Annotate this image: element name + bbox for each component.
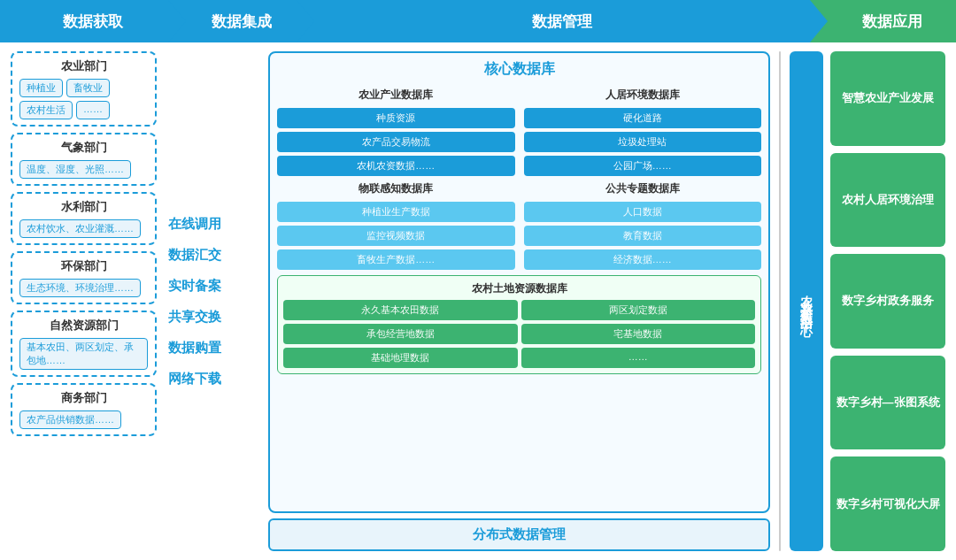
db-row-1: 农业产业数据库 种质资源 农产品交易物流 农机农资数据…… 人居环境数据库 硬化… bbox=[277, 88, 761, 176]
dept-tags-2: 农村饮水、农业灌溉…… bbox=[19, 219, 148, 238]
arrow-shape-2 bbox=[297, 0, 314, 42]
land-db-grid: 永久基本农田数据 两区划定数据 承包经营地数据 宅基地数据 基础地理数据 …… bbox=[283, 300, 755, 368]
dept-tag-1-0: 温度、湿度、光照…… bbox=[19, 160, 131, 179]
dept-tag-0-1: 畜牧业 bbox=[66, 79, 110, 97]
arrow-shape-3 bbox=[810, 0, 828, 42]
header-label-integrate: 数据集成 bbox=[212, 12, 272, 32]
db-section-public: 公共专题数据库 人口数据 教育数据 经济数据…… bbox=[524, 181, 762, 270]
integrate-item-5: 网络下载 bbox=[168, 371, 261, 387]
dept-title-5: 商务部门 bbox=[19, 390, 148, 406]
header-arrow-integrate: 数据集成 bbox=[168, 0, 297, 42]
dept-title-4: 自然资源部门 bbox=[19, 318, 148, 334]
col-vertical-label: 农业农村大数据中心 bbox=[790, 51, 823, 551]
living-item-3: 公园广场…… bbox=[524, 156, 762, 176]
agri-item-3: 农机农资数据…… bbox=[277, 156, 515, 176]
db-row-2: 物联感知数据库 种植业生产数据 监控视频数据 畜牧生产数据…… 公共专题数据库 … bbox=[277, 181, 761, 270]
dept-box-1: 气象部门温度、湿度、光照…… bbox=[11, 133, 157, 186]
apply-item-0: 智慧农业产业发展 bbox=[830, 51, 945, 146]
header-arrow-apply: 数据应用 bbox=[810, 0, 956, 42]
db-section-living: 人居环境数据库 硬化道路 垃圾处理站 公园广场…… bbox=[524, 88, 762, 176]
header-arrow-acquire: 数据获取 bbox=[0, 0, 168, 42]
header-label-acquire: 数据获取 bbox=[63, 12, 123, 32]
dept-box-3: 环保部门生态环境、环境治理…… bbox=[11, 251, 157, 304]
agri-title: 农业产业数据库 bbox=[277, 88, 515, 103]
iot-item-2: 监控视频数据 bbox=[277, 226, 515, 246]
iot-item-3: 畜牧生产数据…… bbox=[277, 249, 515, 270]
public-title: 公共专题数据库 bbox=[524, 181, 762, 196]
dept-tag-3-0: 生态环境、环境治理…… bbox=[19, 279, 141, 297]
core-db-container: 核心数据库 农业产业数据库 种质资源 农产品交易物流 农机农资数据…… 人居环境… bbox=[268, 51, 770, 513]
dept-box-5: 商务部门农产品供销数据…… bbox=[11, 383, 157, 436]
dept-tag-0-0: 种植业 bbox=[19, 79, 63, 97]
dept-tag-5-0: 农产品供销数据…… bbox=[19, 410, 121, 429]
dept-tags-4: 基本农田、两区划定、承包地…… bbox=[19, 338, 148, 370]
db-section-iot: 物联感知数据库 种植业生产数据 监控视频数据 畜牧生产数据…… bbox=[277, 181, 515, 270]
distributed-footer: 分布式数据管理 bbox=[268, 518, 770, 551]
agri-item-2: 农产品交易物流 bbox=[277, 132, 515, 152]
land-item-1: 永久基本农田数据 bbox=[283, 300, 518, 320]
dept-tag-0-3: …… bbox=[76, 101, 110, 119]
integrate-item-1: 数据汇交 bbox=[168, 247, 261, 264]
land-item-2: 两区划定数据 bbox=[521, 300, 756, 320]
arrow-shape-1 bbox=[168, 0, 186, 42]
dept-tags-0: 种植业畜牧业农村生活…… bbox=[19, 79, 148, 119]
apply-item-1: 农村人居环境治理 bbox=[830, 153, 945, 248]
living-item-1: 硬化道路 bbox=[524, 108, 762, 128]
dept-tags-1: 温度、湿度、光照…… bbox=[19, 160, 148, 179]
dept-tag-2-0: 农村饮水、农业灌溉…… bbox=[19, 219, 141, 238]
integrate-item-3: 共享交换 bbox=[168, 309, 261, 326]
dept-tag-0-2: 农村生活 bbox=[19, 101, 73, 119]
dept-title-0: 农业部门 bbox=[19, 58, 148, 74]
dept-box-0: 农业部门种植业畜牧业农村生活…… bbox=[11, 51, 157, 127]
dept-title-2: 水利部门 bbox=[19, 199, 148, 215]
main-body: 农业部门种植业畜牧业农村生活……气象部门温度、湿度、光照……水利部门农村饮水、农… bbox=[0, 42, 956, 560]
db-section-agri: 农业产业数据库 种质资源 农产品交易物流 农机农资数据…… bbox=[277, 88, 515, 176]
dept-tags-5: 农产品供销数据…… bbox=[19, 410, 148, 429]
iot-title: 物联感知数据库 bbox=[277, 181, 515, 196]
col-data-integrate: 在线调用数据汇交实时备案共享交换数据购置网络下载 bbox=[164, 51, 261, 551]
land-db-section: 农村土地资源数据库 永久基本农田数据 两区划定数据 承包经营地数据 宅基地数据 … bbox=[277, 275, 761, 374]
header-label-manage: 数据管理 bbox=[532, 12, 592, 32]
public-item-1: 人口数据 bbox=[524, 202, 762, 222]
apply-item-2: 数字乡村政务服务 bbox=[830, 254, 945, 349]
header-label-apply: 数据应用 bbox=[862, 12, 922, 32]
integrate-item-4: 数据购置 bbox=[168, 340, 261, 357]
living-title: 人居环境数据库 bbox=[524, 88, 762, 103]
iot-item-1: 种植业生产数据 bbox=[277, 202, 515, 222]
apply-item-3: 数字乡村—张图系统 bbox=[830, 356, 945, 450]
land-item-6: …… bbox=[521, 348, 756, 368]
dept-tags-3: 生态环境、环境治理…… bbox=[19, 279, 148, 297]
land-item-4: 宅基地数据 bbox=[521, 324, 756, 344]
dept-box-4: 自然资源部门基本农田、两区划定、承包地…… bbox=[11, 311, 157, 377]
integrate-item-0: 在线调用 bbox=[168, 216, 261, 233]
col-data-manage: 核心数据库 农业产业数据库 种质资源 农产品交易物流 农机农资数据…… 人居环境… bbox=[268, 51, 770, 551]
land-item-3: 承包经营地数据 bbox=[283, 324, 518, 344]
core-db-title: 核心数据库 bbox=[277, 60, 761, 79]
public-item-2: 教育数据 bbox=[524, 226, 762, 246]
apply-item-4: 数字乡村可视化大屏 bbox=[830, 456, 945, 551]
public-item-3: 经济数据…… bbox=[524, 249, 762, 270]
land-item-5: 基础地理数据 bbox=[283, 348, 518, 368]
living-item-2: 垃圾处理站 bbox=[524, 132, 762, 152]
dept-tag-4-0: 基本农田、两区划定、承包地…… bbox=[19, 338, 148, 370]
dept-box-2: 水利部门农村饮水、农业灌溉…… bbox=[11, 192, 157, 245]
divider-line bbox=[779, 51, 781, 551]
header-row: 数据获取 数据集成 数据管理 数据应用 bbox=[0, 0, 956, 42]
agri-item-1: 种质资源 bbox=[277, 108, 515, 128]
integrate-item-2: 实时备案 bbox=[168, 278, 261, 295]
dept-title-1: 气象部门 bbox=[19, 140, 148, 156]
dept-title-3: 环保部门 bbox=[19, 258, 148, 274]
land-db-title: 农村土地资源数据库 bbox=[283, 281, 755, 296]
col-data-apply: 智慧农业产业发展农村人居环境治理数字乡村政务服务数字乡村—张图系统数字乡村可视化… bbox=[830, 51, 945, 551]
header-arrow-manage: 数据管理 bbox=[297, 0, 810, 42]
col-data-acquire: 农业部门种植业畜牧业农村生活……气象部门温度、湿度、光照……水利部门农村饮水、农… bbox=[11, 51, 157, 551]
